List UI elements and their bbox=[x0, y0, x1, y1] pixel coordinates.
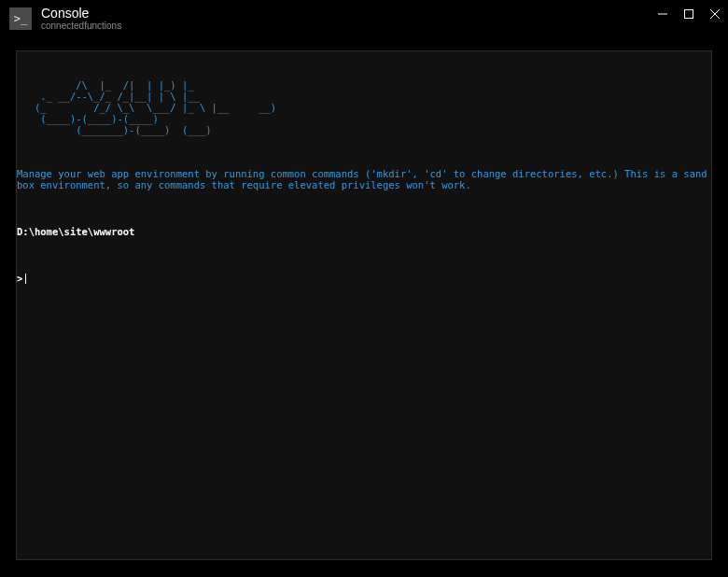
text-cursor bbox=[25, 274, 26, 284]
prompt-symbol: > bbox=[17, 273, 22, 284]
maximize-button[interactable] bbox=[676, 0, 702, 28]
window-controls bbox=[650, 0, 728, 28]
terminal-output: /\ |_ /| | |_) |_ ._ __/--\_/_ /_|__| | … bbox=[17, 51, 711, 306]
ascii-art-banner: /\ |_ /| | |_) |_ ._ __/--\_/_ /_|__| | … bbox=[17, 79, 711, 135]
close-icon bbox=[710, 9, 720, 19]
window-title: Console bbox=[41, 7, 121, 21]
maximize-icon bbox=[684, 9, 693, 19]
window-subtitle: connectedfunctions bbox=[41, 21, 121, 31]
console-icon-glyph: >_ bbox=[14, 12, 27, 25]
title-text-container: Console connectedfunctions bbox=[41, 7, 121, 31]
title-bar: >_ Console connectedfunctions bbox=[0, 0, 728, 37]
svg-rect-1 bbox=[685, 10, 693, 19]
prompt-line[interactable]: > bbox=[17, 273, 711, 284]
current-directory: D:\home\site\wwwroot bbox=[17, 226, 711, 237]
command-input[interactable] bbox=[29, 273, 402, 284]
minimize-button[interactable] bbox=[650, 0, 676, 28]
help-text: Manage your web app environment by runni… bbox=[17, 168, 711, 190]
minimize-icon bbox=[658, 9, 667, 19]
close-button[interactable] bbox=[702, 0, 728, 28]
console-panel: /\ |_ /| | |_) |_ ._ __/--\_/_ /_|__| | … bbox=[16, 50, 712, 560]
console-icon: >_ bbox=[9, 7, 32, 30]
